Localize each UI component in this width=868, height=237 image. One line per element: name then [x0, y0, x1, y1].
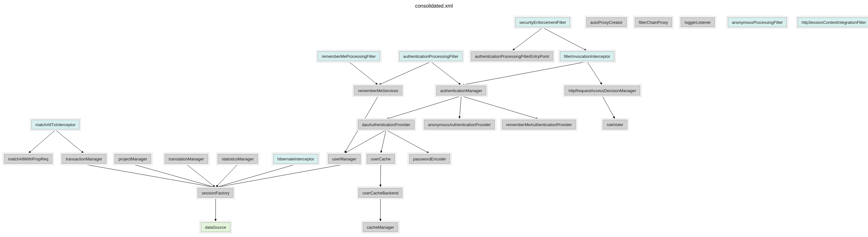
node-userCacheBackend[interactable]: userCacheBackend: [358, 188, 402, 198]
node-projectManager[interactable]: projectManager: [115, 154, 151, 164]
node-userManager[interactable]: userManager: [328, 154, 361, 164]
edge-daoAuthenticationProvider-passwordEncoder: [386, 130, 430, 154]
node-autoProxyCreator[interactable]: autoProxyCreator: [586, 18, 627, 27]
edge-authenticationManager-anonymousAuthenticationProvider: [459, 96, 461, 119]
node-rememberMeAuthenticationProvider[interactable]: rememberMeAuthenticationProvider: [502, 120, 576, 130]
edge-authenticationProcessingFilter-rememberMeServices: [378, 62, 431, 85]
edge-translationManager-sessionFactory: [186, 164, 216, 187]
edge-projectManager-sessionFactory: [133, 164, 216, 187]
node-matchAllWithPropReq[interactable]: matchAllWithPropReq: [4, 154, 52, 164]
edge-userCache-userCacheBackend: [380, 164, 381, 187]
node-filterInvocationInterceptor[interactable]: filterInvocationInterceptor: [560, 51, 614, 61]
node-filterChainProxy[interactable]: filterChainProxy: [635, 18, 672, 27]
edge-transactionManager-sessionFactory: [84, 164, 216, 187]
node-securityEnforcementFilter[interactable]: securityEnforcementFilter: [515, 18, 570, 27]
node-httpSessionContextIntegrationFilter[interactable]: httpSessionContextIntegrationFilter: [797, 18, 868, 27]
node-matchAllTxInterceptor[interactable]: matchAllTxInterceptor: [31, 120, 80, 130]
node-passwordEncoder[interactable]: passwordEncoder: [409, 154, 450, 164]
node-daoAuthenticationProvider[interactable]: daoAuthenticationProvider: [358, 120, 415, 130]
node-statisticsManager[interactable]: statisticsManager: [217, 154, 258, 164]
node-roleVoter[interactable]: roleVoter: [603, 120, 627, 130]
node-translationManager[interactable]: translationManager: [164, 154, 208, 164]
edge-authenticationManager-rememberMeAuthenticationProvider: [461, 96, 539, 119]
edge-authenticationProcessingFilter-authenticationManager: [431, 62, 461, 85]
edges-layer: [0, 0, 868, 237]
edge-httpRequestAccessDecisionManager-roleVoter: [602, 96, 615, 119]
edge-filterInvocationInterceptor-httpRequestAccessDecisionManager: [587, 62, 602, 85]
node-anonymousAuthenticationProvider[interactable]: anonymousAuthenticationProvider: [424, 120, 495, 130]
edge-matchAllTxInterceptor-transactionManager: [56, 130, 84, 154]
edge-matchAllTxInterceptor-matchAllWithPropReq: [28, 130, 56, 154]
node-hibernateInterceptor[interactable]: hibernateInterceptor: [273, 154, 318, 164]
edge-daoAuthenticationProvider-userManager: [344, 130, 386, 154]
node-authenticationManager[interactable]: authenticationManager: [436, 86, 486, 96]
node-rememberMeProcessingFilter[interactable]: rememberMeProcessingFilter: [318, 51, 380, 61]
diagram-title: consolidated.xml: [0, 3, 868, 9]
edge-authenticationManager-daoAuthenticationProvider: [386, 96, 461, 119]
node-authenticationProcessingFilter[interactable]: authenticationProcessingFilter: [399, 51, 463, 61]
node-cacheManager[interactable]: cacheManager: [363, 222, 398, 232]
node-userCache[interactable]: userCache: [367, 154, 395, 164]
edge-rememberMeProcessingFilter-rememberMeServices: [349, 62, 378, 85]
node-dataSource[interactable]: dataSource: [201, 222, 230, 232]
node-sessionFactory[interactable]: sessionFactory: [197, 188, 233, 198]
node-rememberMeServices[interactable]: rememberMeServices: [354, 86, 402, 96]
node-transactionManager[interactable]: transactionManager: [62, 154, 106, 164]
edge-userManager-sessionFactory: [216, 164, 344, 187]
edge-hibernateInterceptor-sessionFactory: [216, 164, 296, 187]
node-anonymousProcessingFilter[interactable]: anonymousProcessingFilter: [728, 18, 787, 27]
node-authenticationProcessingFilterEntryPoint[interactable]: authenticationProcessingFilterEntryPoint: [471, 51, 553, 61]
edge-filterInvocationInterceptor-authenticationManager: [461, 62, 587, 85]
edge-daoAuthenticationProvider-userCache: [381, 130, 386, 154]
edge-securityEnforcementFilter-filterInvocationInterceptor: [543, 28, 587, 51]
edge-securityEnforcementFilter-authenticationProcessingFilterEntryPoint: [512, 28, 543, 51]
node-httpRequestAccessDecisionManager[interactable]: httpRequestAccessDecisionManager: [564, 86, 640, 96]
edge-statisticsManager-sessionFactory: [216, 164, 238, 187]
node-loggerListener[interactable]: loggerListener: [681, 18, 715, 27]
